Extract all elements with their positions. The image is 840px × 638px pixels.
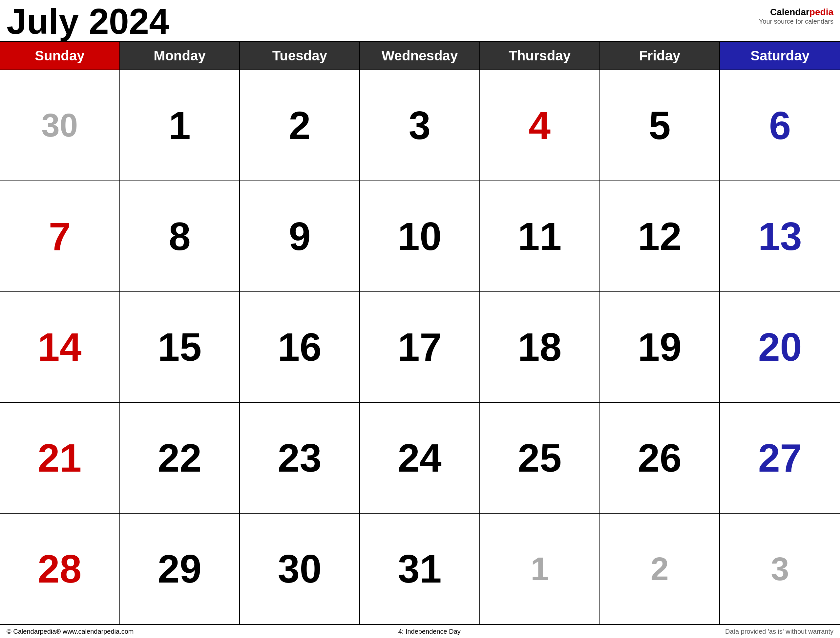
header-monday: Monday [120,42,240,69]
calendar-day-20[interactable]: 20 [720,292,840,403]
calendar-footer: © Calendarpedia® www.calendarpedia.com 4… [0,625,840,638]
calendar-day-26[interactable]: 26 [600,403,720,513]
calendar-day-18[interactable]: 18 [480,292,600,403]
calendar-day-14[interactable]: 14 [0,292,120,403]
calendar-header: July 2024 Calendarpedia Your source for … [0,0,840,41]
header-sunday: Sunday [0,42,120,69]
calendar-day-19[interactable]: 19 [600,292,720,403]
calendar-grid: 3012345678910111213141516171819202122232… [0,69,840,625]
header-saturday: Saturday [720,42,840,69]
calendar-day-29[interactable]: 29 [120,513,240,625]
footer-holiday: 4: Independence Day [398,628,461,635]
page-wrapper: July 2024 Calendarpedia Your source for … [0,0,840,638]
calendar-day-5[interactable]: 5 [600,70,720,181]
calendar-day-10[interactable]: 10 [360,181,480,292]
calendar-day-15[interactable]: 15 [120,292,240,403]
logo-tagline: Your source for calendars [759,18,834,25]
calendar-day-33[interactable]: 2 [600,513,720,625]
header-wednesday: Wednesday [360,42,480,69]
calendar-day-31[interactable]: 31 [360,513,480,625]
calendar-day-23[interactable]: 23 [240,403,360,513]
calendar-day-24[interactable]: 24 [360,403,480,513]
calendar-day-1[interactable]: 1 [120,70,240,181]
logo-accent: pedia [810,7,834,17]
calendar-day-21[interactable]: 21 [0,403,120,513]
footer-disclaimer: Data provided 'as is' without warranty [725,628,834,635]
calendar-day-8[interactable]: 8 [120,181,240,292]
calendar-day-16[interactable]: 16 [240,292,360,403]
header-tuesday: Tuesday [240,42,360,69]
calendar-day-32[interactable]: 1 [480,513,600,625]
logo-text: Calendarpedia [759,6,834,18]
header-thursday: Thursday [480,42,600,69]
calendar-day-28[interactable]: 28 [0,513,120,625]
calendar-container: Sunday Monday Tuesday Wednesday Thursday… [0,41,840,625]
calendar-day-25[interactable]: 25 [480,403,600,513]
calendar-day-0[interactable]: 30 [0,70,120,181]
day-headers: Sunday Monday Tuesday Wednesday Thursday… [0,42,840,69]
calendar-day-22[interactable]: 22 [120,403,240,513]
calendar-day-11[interactable]: 11 [480,181,600,292]
logo-area: Calendarpedia Your source for calendars [759,3,834,25]
footer-copyright: © Calendarpedia® www.calendarpedia.com [6,628,134,635]
month-title: July 2024 [6,3,169,39]
calendar-day-3[interactable]: 3 [360,70,480,181]
calendar-day-13[interactable]: 13 [720,181,840,292]
calendar-day-9[interactable]: 9 [240,181,360,292]
calendar-day-6[interactable]: 6 [720,70,840,181]
calendar-day-34[interactable]: 3 [720,513,840,625]
header-friday: Friday [600,42,720,69]
calendar-day-4[interactable]: 4 [480,70,600,181]
calendar-day-30[interactable]: 30 [240,513,360,625]
calendar-day-2[interactable]: 2 [240,70,360,181]
calendar-day-12[interactable]: 12 [600,181,720,292]
calendar-day-17[interactable]: 17 [360,292,480,403]
calendar-day-7[interactable]: 7 [0,181,120,292]
calendar-day-27[interactable]: 27 [720,403,840,513]
